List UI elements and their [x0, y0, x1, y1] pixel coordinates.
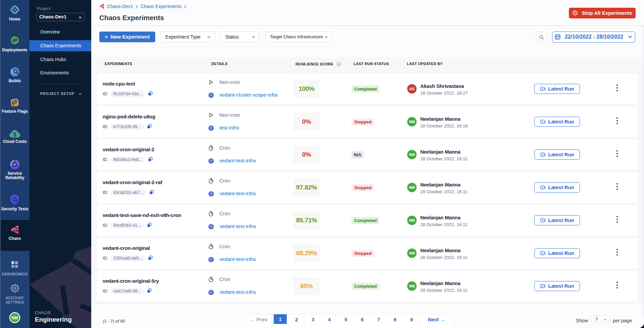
svg-text:$: $	[13, 132, 16, 138]
svg-text:NM: NM	[12, 316, 18, 320]
